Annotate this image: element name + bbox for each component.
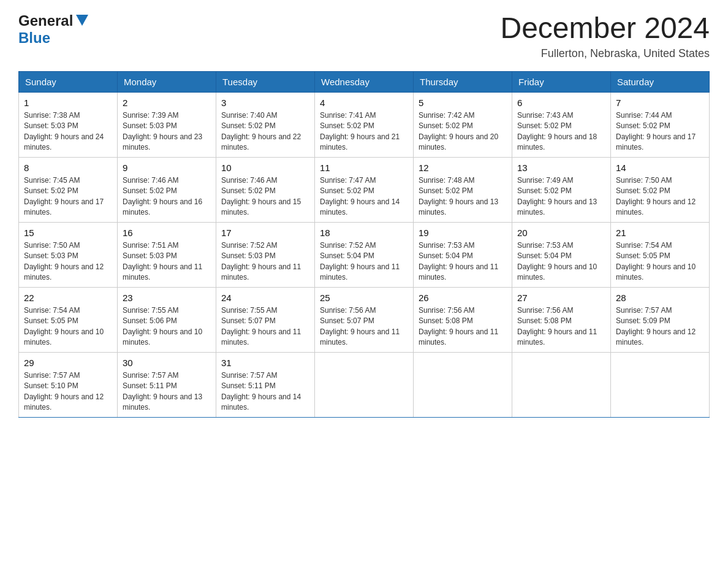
day-info: Sunrise: 7:52 AMSunset: 5:03 PMDaylight:… [221,241,301,282]
calendar-cell: 31 Sunrise: 7:57 AMSunset: 5:11 PMDaylig… [216,352,315,417]
calendar-cell: 30 Sunrise: 7:57 AMSunset: 5:11 PMDaylig… [118,352,216,417]
day-info: Sunrise: 7:57 AMSunset: 5:10 PMDaylight:… [24,371,104,412]
day-number: 5 [419,96,507,109]
day-info: Sunrise: 7:46 AMSunset: 5:02 PMDaylight:… [221,176,301,217]
day-info: Sunrise: 7:56 AMSunset: 5:07 PMDaylight:… [320,306,400,347]
day-number: 21 [616,226,704,239]
weekday-header-friday: Friday [512,71,611,92]
calendar-cell [611,352,710,417]
day-number: 4 [320,96,408,109]
day-info: Sunrise: 7:55 AMSunset: 5:06 PMDaylight:… [123,306,202,347]
day-info: Sunrise: 7:56 AMSunset: 5:08 PMDaylight:… [419,306,498,347]
location-subtitle: Fullerton, Nebraska, United States [500,47,710,60]
day-number: 28 [616,291,704,304]
month-title: December 2024 [500,12,710,45]
calendar-week-row: 29 Sunrise: 7:57 AMSunset: 5:10 PMDaylig… [19,352,710,417]
day-info: Sunrise: 7:57 AMSunset: 5:09 PMDaylight:… [616,306,696,347]
day-number: 8 [24,161,112,174]
day-number: 11 [320,161,408,174]
day-info: Sunrise: 7:43 AMSunset: 5:02 PMDaylight:… [517,111,597,152]
calendar-cell: 17 Sunrise: 7:52 AMSunset: 5:03 PMDaylig… [216,222,315,287]
weekday-header-saturday: Saturday [611,71,710,92]
day-number: 14 [616,161,704,174]
calendar-cell: 9 Sunrise: 7:46 AMSunset: 5:02 PMDayligh… [118,157,216,222]
day-info: Sunrise: 7:57 AMSunset: 5:11 PMDaylight:… [221,371,301,412]
logo: General Blue [18,12,88,47]
calendar-cell: 14 Sunrise: 7:50 AMSunset: 5:02 PMDaylig… [611,157,710,222]
logo-general-text: General [18,12,73,29]
day-number: 20 [517,226,605,239]
day-info: Sunrise: 7:48 AMSunset: 5:02 PMDaylight:… [419,176,498,217]
calendar-cell: 3 Sunrise: 7:40 AMSunset: 5:02 PMDayligh… [216,92,315,157]
day-number: 7 [616,96,704,109]
calendar-table: SundayMondayTuesdayWednesdayThursdayFrid… [18,71,710,418]
weekday-header-sunday: Sunday [19,71,118,92]
day-number: 29 [24,356,112,369]
day-number: 16 [123,226,211,239]
day-number: 12 [419,161,507,174]
day-number: 19 [419,226,507,239]
weekday-header-wednesday: Wednesday [315,71,414,92]
calendar-week-row: 15 Sunrise: 7:50 AMSunset: 5:03 PMDaylig… [19,222,710,287]
day-number: 17 [221,226,309,239]
calendar-cell: 19 Sunrise: 7:53 AMSunset: 5:04 PMDaylig… [414,222,512,287]
day-number: 31 [221,356,309,369]
calendar-cell: 29 Sunrise: 7:57 AMSunset: 5:10 PMDaylig… [19,352,118,417]
day-info: Sunrise: 7:50 AMSunset: 5:02 PMDaylight:… [616,176,696,217]
calendar-cell: 11 Sunrise: 7:47 AMSunset: 5:02 PMDaylig… [315,157,414,222]
day-info: Sunrise: 7:46 AMSunset: 5:02 PMDaylight:… [123,176,202,217]
day-number: 24 [221,291,309,304]
day-info: Sunrise: 7:54 AMSunset: 5:05 PMDaylight:… [616,241,696,282]
calendar-week-row: 8 Sunrise: 7:45 AMSunset: 5:02 PMDayligh… [19,157,710,222]
day-info: Sunrise: 7:54 AMSunset: 5:05 PMDaylight:… [24,306,104,347]
day-number: 23 [123,291,211,304]
calendar-cell: 28 Sunrise: 7:57 AMSunset: 5:09 PMDaylig… [611,287,710,352]
day-number: 13 [517,161,605,174]
calendar-cell: 6 Sunrise: 7:43 AMSunset: 5:02 PMDayligh… [512,92,611,157]
day-info: Sunrise: 7:50 AMSunset: 5:03 PMDaylight:… [24,241,104,282]
day-info: Sunrise: 7:39 AMSunset: 5:03 PMDaylight:… [123,111,202,152]
calendar-cell: 7 Sunrise: 7:44 AMSunset: 5:02 PMDayligh… [611,92,710,157]
calendar-week-row: 22 Sunrise: 7:54 AMSunset: 5:05 PMDaylig… [19,287,710,352]
day-info: Sunrise: 7:53 AMSunset: 5:04 PMDaylight:… [419,241,498,282]
calendar-cell: 5 Sunrise: 7:42 AMSunset: 5:02 PMDayligh… [414,92,512,157]
day-number: 26 [419,291,507,304]
weekday-header-row: SundayMondayTuesdayWednesdayThursdayFrid… [19,71,710,92]
day-info: Sunrise: 7:49 AMSunset: 5:02 PMDaylight:… [517,176,597,217]
calendar-cell: 26 Sunrise: 7:56 AMSunset: 5:08 PMDaylig… [414,287,512,352]
calendar-cell: 22 Sunrise: 7:54 AMSunset: 5:05 PMDaylig… [19,287,118,352]
day-number: 9 [123,161,211,174]
logo-triangle-icon [76,15,88,26]
calendar-cell: 27 Sunrise: 7:56 AMSunset: 5:08 PMDaylig… [512,287,611,352]
calendar-cell [315,352,414,417]
calendar-cell: 20 Sunrise: 7:53 AMSunset: 5:04 PMDaylig… [512,222,611,287]
page-header: General Blue December 2024 Fullerton, Ne… [18,12,710,60]
day-number: 15 [24,226,112,239]
day-info: Sunrise: 7:40 AMSunset: 5:02 PMDaylight:… [221,111,301,152]
day-number: 22 [24,291,112,304]
day-info: Sunrise: 7:47 AMSunset: 5:02 PMDaylight:… [320,176,400,217]
calendar-cell: 18 Sunrise: 7:52 AMSunset: 5:04 PMDaylig… [315,222,414,287]
weekday-header-monday: Monday [118,71,216,92]
day-info: Sunrise: 7:56 AMSunset: 5:08 PMDaylight:… [517,306,597,347]
day-number: 30 [123,356,211,369]
calendar-cell: 2 Sunrise: 7:39 AMSunset: 5:03 PMDayligh… [118,92,216,157]
weekday-header-tuesday: Tuesday [216,71,315,92]
day-number: 1 [24,96,112,109]
day-number: 6 [517,96,605,109]
day-info: Sunrise: 7:38 AMSunset: 5:03 PMDaylight:… [24,111,104,152]
calendar-cell: 10 Sunrise: 7:46 AMSunset: 5:02 PMDaylig… [216,157,315,222]
calendar-cell [414,352,512,417]
day-number: 2 [123,96,211,109]
day-info: Sunrise: 7:53 AMSunset: 5:04 PMDaylight:… [517,241,597,282]
day-info: Sunrise: 7:41 AMSunset: 5:02 PMDaylight:… [320,111,400,152]
day-number: 25 [320,291,408,304]
calendar-cell: 8 Sunrise: 7:45 AMSunset: 5:02 PMDayligh… [19,157,118,222]
calendar-cell: 15 Sunrise: 7:50 AMSunset: 5:03 PMDaylig… [19,222,118,287]
calendar-cell: 4 Sunrise: 7:41 AMSunset: 5:02 PMDayligh… [315,92,414,157]
calendar-cell: 12 Sunrise: 7:48 AMSunset: 5:02 PMDaylig… [414,157,512,222]
calendar-cell: 23 Sunrise: 7:55 AMSunset: 5:06 PMDaylig… [118,287,216,352]
calendar-cell: 13 Sunrise: 7:49 AMSunset: 5:02 PMDaylig… [512,157,611,222]
calendar-week-row: 1 Sunrise: 7:38 AMSunset: 5:03 PMDayligh… [19,92,710,157]
day-info: Sunrise: 7:57 AMSunset: 5:11 PMDaylight:… [123,371,202,412]
